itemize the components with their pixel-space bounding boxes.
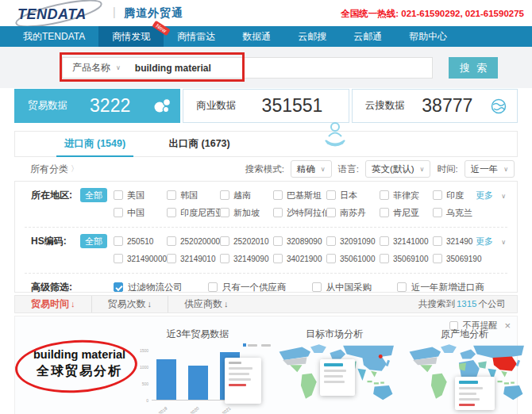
search-button[interactable]: 搜索	[449, 57, 498, 79]
hs-checkbox[interactable]: 35061000	[326, 254, 380, 263]
region-checkbox[interactable]: 乌克兰	[433, 207, 486, 219]
search-input[interactable]: 产品名称 ∨ building material	[62, 57, 433, 79]
search-mode-select[interactable]: 精确 ∨	[291, 160, 332, 178]
cluster-icon	[152, 97, 179, 116]
hs-checkbox[interactable]: 32141000	[380, 236, 433, 246]
tab-importers[interactable]: 进口商 (1549)	[60, 132, 130, 156]
checkbox[interactable]	[167, 236, 176, 246]
region-checkbox[interactable]: 肯尼亚	[380, 207, 433, 219]
filter-single-supplier[interactable]: 只有一个供应商	[208, 282, 287, 293]
hs-checkbox[interactable]: 250510	[114, 236, 167, 246]
nav-item-my-tendata[interactable]: 我的TENDATA	[10, 26, 98, 47]
checkbox[interactable]	[433, 208, 442, 217]
checkbox[interactable]	[312, 282, 322, 292]
filter-logistics-companies[interactable]: 过滤物流公司	[114, 282, 183, 293]
filter-new-importers[interactable]: 近一年新增进口商	[397, 282, 484, 293]
checkbox[interactable]	[273, 254, 283, 263]
checkbox[interactable]	[114, 236, 123, 246]
checkbox[interactable]	[380, 190, 389, 200]
hs-checkbox[interactable]: 2520200000	[167, 236, 220, 246]
checkbox[interactable]	[220, 254, 229, 263]
hs-checkbox[interactable]: 25202010	[220, 236, 273, 246]
region-checkbox[interactable]: 韩国	[167, 190, 220, 201]
hs-checkbox[interactable]: 32091090	[326, 236, 380, 246]
bar-2019[interactable]	[156, 359, 176, 400]
nav-item-cloud-mail-search[interactable]: 云邮搜	[284, 26, 340, 47]
tab-exporters[interactable]: 出口商 (1673)	[164, 132, 235, 156]
filter-buy-from-china[interactable]: 从中国采购	[312, 282, 372, 293]
checkbox[interactable]	[326, 254, 336, 263]
checkbox[interactable]	[220, 190, 229, 200]
region-checkbox[interactable]: 印度尼西亚	[167, 207, 220, 219]
hs-checkbox[interactable]: 35069190	[433, 254, 486, 263]
checkbox[interactable]	[326, 236, 336, 246]
region-checkbox[interactable]: 巴基斯坦	[273, 190, 326, 201]
region-checkbox[interactable]: 中国	[114, 207, 167, 219]
checkbox[interactable]	[273, 190, 283, 200]
sort-by-trade-time[interactable]: 贸易时间↓	[15, 296, 92, 312]
nav-item-help-center[interactable]: 帮助中心	[395, 26, 461, 47]
checkbox[interactable]	[167, 190, 176, 200]
result-count[interactable]: 1315	[457, 299, 477, 309]
target-market-map[interactable]	[276, 340, 396, 413]
checkbox[interactable]	[433, 254, 442, 263]
region-checkbox[interactable]: 南苏丹	[326, 207, 380, 219]
region-checkbox[interactable]: 新加坡	[220, 207, 273, 219]
nav-item-data-link[interactable]: 数据通	[229, 26, 284, 47]
checkbox[interactable]	[208, 282, 218, 292]
all-categories-link[interactable]: 所有分类	[30, 163, 68, 176]
nav-item-biz-radar[interactable]: 商情雷达	[164, 26, 229, 47]
region-all-button[interactable]: 全部	[80, 188, 107, 202]
checkbox[interactable]	[167, 208, 176, 217]
checkbox[interactable]	[220, 208, 229, 217]
region-checkbox[interactable]: 沙特阿拉伯	[273, 207, 326, 219]
sort-by-trade-count[interactable]: 贸易次数↓	[92, 296, 169, 312]
region-checkbox[interactable]: 美国	[114, 190, 167, 201]
hs-checkbox[interactable]: 35069100	[380, 254, 433, 263]
checkbox[interactable]	[167, 254, 176, 263]
bar-2020[interactable]	[188, 366, 208, 400]
checkbox[interactable]	[273, 236, 283, 246]
hs-checkbox[interactable]: 32149090	[220, 254, 273, 263]
checkbox[interactable]	[114, 208, 123, 217]
time-label: 时间:	[437, 163, 457, 175]
trade-bar-chart[interactable]: 0 500 1000 1500 2019 2020 2021	[136, 342, 272, 414]
region-checkbox[interactable]: 日本	[326, 190, 380, 201]
region-more-link[interactable]: 更多 ∨	[476, 190, 506, 201]
checkbox[interactable]	[397, 282, 407, 292]
checkbox[interactable]	[326, 190, 336, 200]
region-checkbox[interactable]: 菲律宾	[380, 190, 433, 201]
tendata-logo[interactable]: TENDATA	[14, 3, 110, 24]
checkbox[interactable]	[433, 236, 442, 246]
y-tick: 0	[136, 398, 148, 403]
hs-all-button[interactable]: 全部	[80, 234, 107, 248]
region-checkbox[interactable]: 越南	[220, 190, 273, 201]
hs-more-link[interactable]: 更多 ∨	[476, 236, 506, 247]
language-select[interactable]: 英文(默认) ∨	[365, 160, 431, 178]
checkbox[interactable]	[380, 254, 389, 263]
checkbox[interactable]	[326, 208, 336, 217]
checkbox[interactable]	[273, 208, 283, 217]
stat-business-data[interactable]: 商业数据 351551	[183, 89, 349, 123]
support-person-icon[interactable]	[322, 120, 348, 151]
hs-checkbox[interactable]: 32149010	[167, 254, 220, 263]
hs-checkbox[interactable]: 34021900	[273, 254, 326, 263]
stat-cloud-search-data[interactable]: 云搜数据 38777	[352, 89, 518, 123]
checkbox[interactable]	[433, 190, 442, 200]
checkbox[interactable]	[220, 236, 229, 246]
checkbox-checked[interactable]	[114, 282, 123, 292]
checkbox[interactable]	[114, 190, 123, 200]
sort-by-supplier-count[interactable]: 供应商数↓	[168, 296, 245, 312]
search-type-dropdown[interactable]: 产品名称	[63, 61, 110, 75]
checkbox[interactable]	[114, 254, 123, 263]
hs-checkbox[interactable]: 321490000...	[114, 254, 167, 263]
time-select[interactable]: 近一年 ∨	[465, 160, 515, 178]
nav-item-biz-discovery[interactable]: 商情发现 New	[98, 26, 164, 47]
nav-item-cloud-mail[interactable]: 云邮通	[340, 26, 395, 47]
map-tooltip	[320, 359, 355, 396]
checkbox[interactable]	[380, 208, 389, 217]
stat-trade-data[interactable]: 贸易数据 3222	[14, 89, 180, 123]
origin-analysis-map[interactable]	[406, 340, 526, 413]
hs-checkbox[interactable]: 32089090	[273, 236, 326, 246]
checkbox[interactable]	[380, 236, 389, 246]
